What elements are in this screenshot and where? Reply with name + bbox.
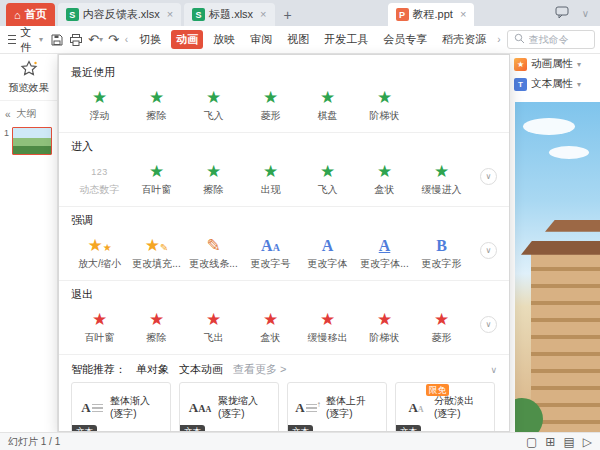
- animation-item[interactable]: ★百叶窗: [71, 304, 128, 348]
- chevron-down-icon: ▾: [577, 80, 581, 89]
- ribbon-tab-animation[interactable]: 动画: [171, 30, 203, 49]
- animation-item[interactable]: ★飞出: [185, 304, 242, 348]
- building-shape: [531, 254, 600, 432]
- close-icon[interactable]: ×: [460, 9, 466, 20]
- animation-item[interactable]: ★擦除: [128, 82, 185, 126]
- animation-item[interactable]: ★出现: [242, 156, 299, 200]
- doc-tab-title-xlsx[interactable]: S 标题.xlsx ×: [184, 3, 274, 26]
- animation-item[interactable]: ★阶梯状: [356, 82, 413, 126]
- animation-item[interactable]: ★★放大/缩小: [71, 230, 128, 274]
- command-search-box[interactable]: [507, 30, 595, 49]
- animation-item-label: 擦除: [185, 184, 242, 196]
- ribbon-scroll-right-icon[interactable]: ›: [496, 34, 501, 45]
- animation-item[interactable]: ★缓慢进入: [413, 156, 470, 200]
- slide-thumbnail-image[interactable]: [12, 127, 52, 155]
- slide-sorter-icon[interactable]: ⊞: [545, 436, 555, 448]
- ribbon-tab-slideshow[interactable]: 放映: [208, 30, 240, 49]
- ribbon-tab-dev-tools[interactable]: 开发工具: [319, 30, 373, 49]
- star-icon: ★: [299, 160, 356, 184]
- animation-item[interactable]: ★盒状: [356, 156, 413, 200]
- ribbon-tab-review[interactable]: 审阅: [245, 30, 277, 49]
- print-icon[interactable]: [69, 31, 83, 49]
- recommend-card[interactable]: A↑ 整体上升(逐字) 文本: [287, 382, 387, 432]
- animation-item[interactable]: ★缓慢移出: [299, 304, 356, 348]
- animation-property-button[interactable]: ★ 动画属性 ▾: [510, 54, 600, 74]
- slide-list-item-1[interactable]: 1: [0, 126, 57, 155]
- smart-filter-text-animation[interactable]: 文本动画: [179, 362, 223, 377]
- animation-item[interactable]: ★擦除: [128, 304, 185, 348]
- animation-item-label: 缓慢移出: [299, 332, 356, 344]
- recommend-cards-row: A 整体渐入(逐字) 文本 AAA 聚拢缩入(逐字) 文本 A↑ 整体上升(逐字…: [71, 382, 497, 432]
- star-icon: ★: [413, 160, 470, 184]
- animation-item-label: 盒状: [356, 184, 413, 196]
- view-switcher: ▢ ⊞ ▤ ▷: [526, 436, 592, 448]
- close-icon[interactable]: ×: [260, 9, 266, 20]
- animation-item[interactable]: ★盒状: [242, 304, 299, 348]
- slideshow-icon[interactable]: ▷: [583, 436, 592, 448]
- section-title-entrance: 进入: [71, 139, 497, 154]
- doc-tab-tutorial-ppt[interactable]: P 教程.ppt ×: [388, 3, 475, 26]
- text-property-button[interactable]: T 文本属性 ▾: [510, 74, 600, 94]
- normal-view-icon[interactable]: ▢: [526, 436, 537, 448]
- outline-tab-label[interactable]: 大纲: [17, 107, 37, 121]
- section-expand-icon[interactable]: ∨: [480, 168, 497, 185]
- cloud-shape: [523, 118, 575, 135]
- animation-item[interactable]: AA更改字号: [242, 230, 299, 274]
- animation-item-label: 飞入: [299, 184, 356, 196]
- smart-filter-object[interactable]: 单对象: [136, 362, 169, 377]
- undo-icon[interactable]: ↶▾: [88, 31, 103, 49]
- animation-item[interactable]: ★菱形: [413, 304, 470, 348]
- panel-collapse-icon[interactable]: ∨: [490, 365, 497, 375]
- star-icon: ★: [413, 308, 470, 332]
- animation-item[interactable]: ★菱形: [242, 82, 299, 126]
- home-tab[interactable]: ⌂ 首页: [6, 3, 55, 26]
- animation-item-label: 更改字体...: [356, 258, 413, 270]
- search-input[interactable]: [529, 34, 591, 45]
- animation-item[interactable]: A更改字体...: [356, 230, 413, 274]
- animation-item[interactable]: ★擦除: [185, 156, 242, 200]
- ribbon-tab-transitions[interactable]: 切换: [134, 30, 166, 49]
- new-tab-button[interactable]: +: [278, 3, 298, 26]
- see-more-link[interactable]: 查看更多 >: [233, 362, 286, 377]
- redo-icon[interactable]: ↷: [108, 31, 119, 49]
- ribbon-tab-view[interactable]: 视图: [282, 30, 314, 49]
- close-icon[interactable]: ×: [167, 9, 173, 20]
- ribbon-scroll-left-icon[interactable]: ‹: [124, 34, 129, 45]
- section-expand-icon[interactable]: ∨: [480, 242, 497, 259]
- notes-view-icon[interactable]: ▤: [563, 436, 574, 448]
- animation-item[interactable]: ✎更改线条...: [185, 230, 242, 274]
- animation-item[interactable]: ★百叶窗: [128, 156, 185, 200]
- section-divider: [59, 354, 509, 355]
- letter-a-underline-icon: A: [356, 234, 413, 258]
- recommend-card[interactable]: AAA 聚拢缩入(逐字) 文本: [179, 382, 279, 432]
- card-title: 分散淡出: [434, 395, 474, 406]
- ribbon-tab-membership[interactable]: 会员专享: [378, 30, 432, 49]
- doc-tab-feedback-xlsx[interactable]: S 内容反馈表.xlsx ×: [58, 3, 181, 26]
- animation-item[interactable]: A更改字体: [299, 230, 356, 274]
- star-icon: ★: [185, 160, 242, 184]
- animation-item[interactable]: ★浮动: [71, 82, 128, 126]
- animation-property-icon: ★: [514, 58, 527, 71]
- animation-item[interactable]: ★棋盘: [299, 82, 356, 126]
- comment-icon[interactable]: [555, 6, 569, 21]
- chevron-down-icon[interactable]: ∨: [581, 8, 590, 19]
- section-expand-icon[interactable]: ∨: [480, 316, 497, 333]
- animation-item[interactable]: ★阶梯状: [356, 304, 413, 348]
- animation-item-label: 擦除: [128, 110, 185, 122]
- card-tag: 文本: [288, 425, 313, 432]
- collapse-panel-icon[interactable]: «: [5, 109, 11, 120]
- star-icon: ★: [185, 308, 242, 332]
- animation-item[interactable]: 123动态数字: [71, 156, 128, 200]
- animation-item-label: 出现: [242, 184, 299, 196]
- file-menu-button[interactable]: 文件 ▾: [8, 25, 43, 55]
- slide-canvas[interactable]: [515, 102, 600, 432]
- animation-item[interactable]: ★飞入: [299, 156, 356, 200]
- save-icon[interactable]: [50, 31, 64, 49]
- recommend-card[interactable]: A 整体渐入(逐字) 文本: [71, 382, 171, 432]
- animation-item[interactable]: ★飞入: [185, 82, 242, 126]
- animation-item[interactable]: ★✎更改填充...: [128, 230, 185, 274]
- ribbon-tab-docer-resources[interactable]: 稻壳资源: [437, 30, 491, 49]
- preview-effects-button[interactable]: 预览效果: [0, 54, 57, 101]
- recommend-card[interactable]: AA 分散淡出(逐字) 限免 文本: [395, 382, 495, 432]
- animation-item[interactable]: B更改字形: [413, 230, 470, 274]
